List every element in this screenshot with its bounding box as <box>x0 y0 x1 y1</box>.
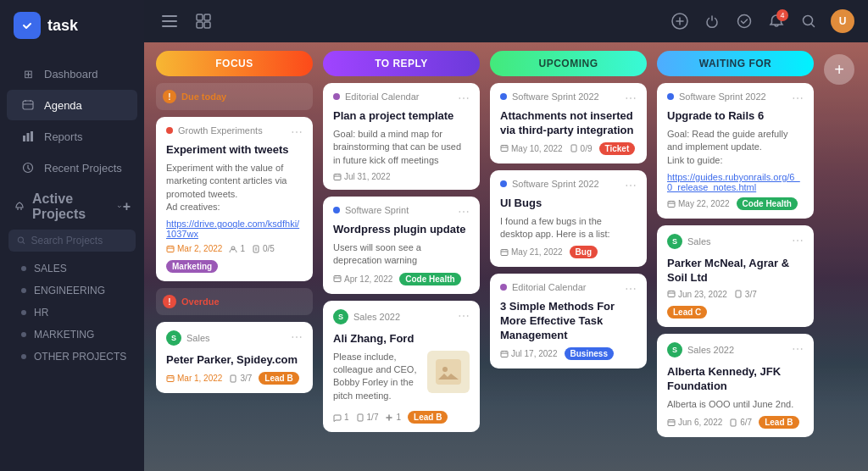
check-circle-icon[interactable] <box>734 11 754 31</box>
card-link[interactable]: https://drive.google.com/ksdfhki/1037wx <box>166 219 303 239</box>
tag-bug: Bug <box>570 246 598 258</box>
reports-icon <box>20 129 36 144</box>
svg-rect-31 <box>358 414 363 421</box>
card-upcoming-2[interactable]: Software Sprint 2022 ⋯ UI Bugs I found a… <box>490 170 647 268</box>
card-options-button[interactable]: ⋯ <box>792 234 804 247</box>
clock-icon <box>20 160 36 175</box>
card-desc: Experiment with the value of marketing c… <box>166 162 303 214</box>
card-date: Mar 2, 2022 <box>166 244 222 253</box>
card-section: Software Sprint 2022 <box>500 179 599 189</box>
card-title: UI Bugs <box>500 197 637 211</box>
column-reply: TO REPLY Editorial Calendar ⋯ Plan a pro… <box>323 51 480 463</box>
sidebar: task ⊞ Dashboard Agenda Reports Recent P… <box>0 0 144 471</box>
active-projects-section: Active Projects + <box>0 186 144 224</box>
svg-rect-24 <box>253 246 259 252</box>
card-desc: Goal: build a mind map for brainstorming… <box>333 128 470 167</box>
card-meta: Jul 31, 2022 <box>333 172 470 181</box>
add-column-button[interactable]: + <box>824 54 854 85</box>
svg-rect-37 <box>668 291 675 297</box>
waiting-cards: Software Sprint 2022 ⋯ Upgrade to Rails … <box>657 83 814 441</box>
svg-rect-33 <box>571 145 576 152</box>
card-focus-2[interactable]: S Sales ⋯ Peter Parker, Spidey.com Mar 1… <box>156 322 313 393</box>
card-date: May 21, 2022 <box>500 247 563 257</box>
add-project-button[interactable]: + <box>123 199 131 214</box>
home-icon: ⊞ <box>20 66 36 81</box>
card-date: May 10, 2022 <box>500 144 563 153</box>
card-waiting-3[interactable]: S Sales 2022 ⋯ Alberta Kennedy, JFK Foun… <box>657 334 814 437</box>
card-date: Jun 6, 2022 <box>667 418 722 427</box>
topbar-right: 4 U <box>670 9 854 33</box>
card-reply-1[interactable]: Editorial Calendar ⋯ Plan a project temp… <box>323 83 480 190</box>
kanban-board: FOCUS ! Due today Gr <box>144 42 868 471</box>
menu-button[interactable] <box>158 9 181 33</box>
search-projects[interactable] <box>8 230 136 252</box>
card-section: Editorial Calendar <box>333 91 419 102</box>
card-section: Software Sprint 2022 <box>667 91 766 102</box>
card-options-button[interactable]: ⋯ <box>625 179 637 192</box>
sidebar-item-dashboard[interactable]: ⊞ Dashboard <box>7 58 137 89</box>
column-header-waiting: WAITING FOR <box>657 51 814 76</box>
section-dot <box>333 93 340 100</box>
card-link[interactable]: https://guides.rubyonrails.org/6_0_relea… <box>667 172 804 192</box>
section-dot <box>500 93 507 100</box>
content-area: FOCUS ! Due today Gr <box>144 42 868 471</box>
svg-point-11 <box>21 354 26 359</box>
add-icon[interactable] <box>670 11 690 31</box>
sidebar-item-agenda[interactable]: Agenda <box>7 90 137 120</box>
sidebar-item-marketing[interactable]: MARKETING <box>0 324 144 346</box>
svg-rect-40 <box>731 419 736 426</box>
svg-point-10 <box>21 332 26 337</box>
grid-view-button[interactable] <box>192 9 215 33</box>
card-options-button[interactable]: ⋯ <box>792 342 804 356</box>
card-waiting-1[interactable]: Software Sprint 2022 ⋯ Upgrade to Rails … <box>657 83 814 219</box>
card-options-button[interactable]: ⋯ <box>458 91 470 105</box>
card-upcoming-1[interactable]: Software Sprint 2022 ⋯ Attachments not i… <box>490 83 647 163</box>
card-upcoming-3[interactable]: Editorial Calendar ⋯ 3 Simple Methods Fo… <box>490 274 647 368</box>
card-options-button[interactable]: ⋯ <box>625 282 637 296</box>
card-options-button[interactable]: ⋯ <box>291 125 303 139</box>
card-meta: Jul 17, 2022 Business <box>500 347 637 360</box>
card-title: Ali Zhang, Ford <box>333 332 470 346</box>
notifications-icon[interactable]: 4 <box>766 11 787 31</box>
card-options-button[interactable]: ⋯ <box>792 91 804 105</box>
card-title: Parker McNeal, Agrar & Soil Ltd <box>667 257 804 285</box>
card-focus-1[interactable]: Growth Experiments ⋯ Experiment with twe… <box>156 117 313 281</box>
search-button[interactable] <box>798 11 819 31</box>
card-options-button[interactable]: ⋯ <box>458 205 470 219</box>
search-input[interactable] <box>31 235 127 247</box>
sidebar-item-hr[interactable]: HR <box>0 302 144 324</box>
card-reply-2[interactable]: Software Sprint ⋯ Wordpress plugin updat… <box>323 197 480 294</box>
add-column-area: + <box>824 51 854 463</box>
user-avatar[interactable]: U <box>831 9 854 33</box>
svg-point-9 <box>21 310 26 315</box>
card-meta: Jun 6, 2022 6/7 Lead B <box>667 416 804 429</box>
card-desc: Users will soon see a deprecation warnin… <box>333 241 470 268</box>
card-title: Alberta Kennedy, JFK Foundation <box>667 365 804 394</box>
svg-point-8 <box>21 288 26 293</box>
sidebar-item-other[interactable]: OTHER PROJECTS <box>0 346 144 368</box>
card-count-2: 1/7 <box>356 413 379 422</box>
svg-point-0 <box>20 19 34 32</box>
sidebar-item-engineering[interactable]: ENGINEERING <box>0 280 144 302</box>
card-date: May 22, 2022 <box>667 199 730 208</box>
power-icon[interactable] <box>702 11 722 31</box>
card-waiting-2[interactable]: S Sales ⋯ Parker McNeal, Agrar & Soil Lt… <box>657 225 814 327</box>
sidebar-item-reports[interactable]: Reports <box>7 121 137 152</box>
tag-business: Business <box>565 347 614 360</box>
column-header-focus: FOCUS <box>156 51 313 76</box>
card-options-button[interactable]: ⋯ <box>625 91 637 105</box>
tag-lead-b: Lead B <box>759 416 798 429</box>
card-options-button[interactable]: ⋯ <box>458 309 470 323</box>
card-count: 0/9 <box>570 144 593 153</box>
svg-rect-36 <box>668 201 675 207</box>
sidebar-item-label: Recent Projects <box>44 162 122 175</box>
sidebar-item-sales[interactable]: SALES <box>0 258 144 280</box>
section-dot <box>333 207 340 213</box>
card-reply-3[interactable]: S Sales 2022 ⋯ Ali Zhang, Ford Please in… <box>323 301 480 432</box>
svg-rect-34 <box>501 249 508 255</box>
sidebar-item-recent[interactable]: Recent Projects <box>7 152 137 183</box>
card-options-button[interactable]: ⋯ <box>291 330 303 344</box>
sidebar-item-label: Active Projects <box>32 191 108 222</box>
sidebar-item-active[interactable]: Active Projects <box>14 191 123 222</box>
card-title: Wordpress plugin update <box>333 223 470 237</box>
